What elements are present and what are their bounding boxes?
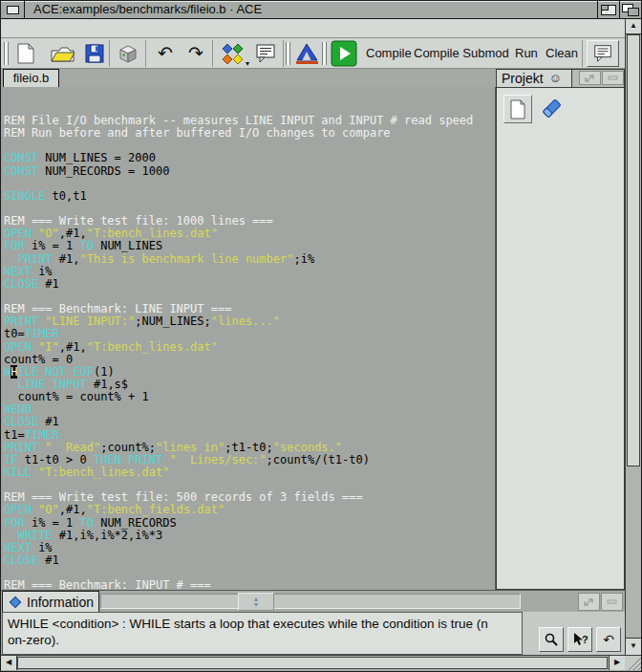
- code-line[interactable]: NEXT i%: [4, 266, 495, 278]
- zoom-gadget[interactable]: [597, 1, 619, 18]
- code-line[interactable]: KILL "T:bench_lines.dat": [4, 466, 495, 479]
- package-button[interactable]: [114, 40, 142, 67]
- resize-grip[interactable]: [625, 655, 641, 670]
- code-editor[interactable]: REM File I/O benchmark -- measures LINE …: [1, 87, 496, 590]
- code-token: CLOSE: [4, 553, 38, 567]
- info-help-line: on-zero).: [8, 632, 517, 648]
- horizontal-scrollbar[interactable]: ◀ ▶: [1, 655, 625, 670]
- project-detach-gadget[interactable]: [579, 71, 601, 85]
- vertical-scrollbar[interactable]: ▲ ▼: [625, 19, 641, 655]
- code-token: REM === Write test file: 500 records of …: [4, 490, 363, 504]
- code-line[interactable]: REM Run before and after buffered I/O ch…: [4, 127, 495, 140]
- info-minimize-gadget[interactable]: [601, 593, 623, 611]
- scroll-down-button[interactable]: ▼: [626, 638, 641, 655]
- compile-submod-button[interactable]: Compile Submod: [414, 40, 509, 67]
- save-button[interactable]: [80, 40, 109, 67]
- project-marker-button[interactable]: [538, 94, 567, 122]
- project-file-button[interactable]: [503, 95, 532, 123]
- history-back-button[interactable]: ↶: [596, 627, 621, 652]
- right-arrow-icon: ▶: [614, 658, 620, 666]
- depth-gadget[interactable]: [619, 1, 641, 18]
- toolbar-grip[interactable]: [5, 42, 8, 65]
- scroll-left-button[interactable]: ◀: [1, 656, 17, 670]
- tab-projekt[interactable]: Projekt ☺: [497, 70, 572, 87]
- search-button[interactable]: [539, 627, 564, 652]
- clean-button[interactable]: Clean: [546, 40, 578, 67]
- code-token: OPEN: [4, 227, 32, 240]
- code-line[interactable]: NEXT i%: [4, 542, 495, 554]
- code-line[interactable]: PRINT #1,"This is benchmark line number"…: [4, 253, 495, 266]
- code-token: CONST: [4, 164, 38, 178]
- code-line[interactable]: OPEN "I",#1,"T:bench_lines.dat": [4, 341, 495, 354]
- code-line[interactable]: CLOSE #1: [4, 278, 495, 291]
- splitter-handle[interactable]: ▲ ▼: [238, 593, 274, 611]
- code-token: SINGLE: [4, 189, 45, 203]
- ace-logo-button[interactable]: [292, 40, 321, 67]
- project-tab-label: Projekt: [502, 71, 544, 86]
- code-line[interactable]: PRINT "LINE INPUT:";NUM_LINES;"lines...": [4, 315, 495, 328]
- code-line[interactable]: REM === Benchmark: INPUT # ===: [4, 579, 495, 590]
- svg-text:?: ?: [582, 634, 588, 645]
- code-token: NUM_LINES = 2000: [38, 151, 156, 164]
- code-token: NUM_RECORDS = 1000: [38, 164, 169, 178]
- code-token: " Lines/sec:": [169, 453, 266, 466]
- code-token: REM === Benchmark: LINE INPUT ===: [4, 302, 231, 315]
- comment-bubble-icon: [592, 43, 613, 64]
- status-bar: X:002 Y:000021/000053 072: [1, 19, 625, 38]
- run-button[interactable]: Run: [515, 40, 538, 67]
- code-token: "I": [38, 340, 59, 354]
- scroll-right-button[interactable]: ▶: [609, 656, 625, 670]
- code-token: NEXT: [4, 265, 32, 278]
- toolbar-separator: [212, 40, 213, 67]
- code-line[interactable]: CLOSE #1: [4, 416, 495, 428]
- run-play-button[interactable]: [330, 40, 358, 67]
- smiley-icon: ☺: [549, 72, 562, 85]
- info-diamond-icon: [9, 596, 22, 609]
- messages-button[interactable]: [587, 40, 619, 67]
- close-gadget[interactable]: [1, 1, 25, 18]
- code-token: i% = 1: [25, 239, 80, 252]
- code-token: count% = 0: [4, 353, 73, 366]
- code-token: [4, 378, 17, 391]
- code-token: LINE INPUT: [17, 378, 86, 391]
- code-line[interactable]: CONST NUM_RECORDS = 1000: [4, 165, 495, 178]
- titlebar[interactable]: ACE:examples/benchmarks/fileio.b · ACE: [1, 1, 641, 19]
- code-token: #1,s$: [87, 378, 128, 391]
- info-splitter-strip[interactable]: [100, 594, 521, 609]
- horizontal-scrollbar-thumb[interactable]: [17, 657, 608, 669]
- code-line[interactable]: CLOSE #1: [4, 554, 495, 567]
- scroll-up-button[interactable]: ▲: [626, 19, 641, 34]
- project-minimize-gadget[interactable]: [602, 71, 624, 85]
- vertical-scrollbar-thumb[interactable]: [627, 34, 640, 466]
- toolbar-grip[interactable]: [323, 42, 326, 65]
- diagonal-arrow-icon: [582, 596, 596, 608]
- page-icon: [509, 99, 526, 119]
- code-line[interactable]: WRITE #1,i%,i%*2,i%*3: [4, 530, 495, 542]
- code-token: "This is benchmark line number": [79, 252, 293, 266]
- code-token: t1-t0 > 0: [17, 453, 93, 466]
- new-file-button[interactable]: [11, 40, 40, 67]
- code-line[interactable]: SINGLE t0,t1: [4, 190, 495, 203]
- redo-button[interactable]: ↷: [182, 40, 210, 67]
- toolbar-grip[interactable]: [287, 42, 289, 65]
- code-token: " Read": [45, 441, 100, 454]
- context-help-button[interactable]: ?: [567, 627, 592, 652]
- minimize-icon: [607, 598, 618, 606]
- code-token: REM === Benchmark: INPUT # ===: [4, 578, 211, 590]
- code-token: ;i%: [293, 252, 314, 266]
- code-token: [4, 529, 17, 542]
- tab-fileio[interactable]: fileio.b: [3, 69, 59, 87]
- tab-information[interactable]: Information: [2, 591, 99, 613]
- info-detach-gadget[interactable]: [578, 593, 600, 611]
- compile-button[interactable]: Compile: [366, 40, 412, 67]
- code-token: t1=: [4, 428, 25, 442]
- code-token: OPEN: [4, 503, 32, 516]
- code-token: ,#1,: [59, 227, 87, 240]
- open-file-button[interactable]: [48, 40, 76, 67]
- tools-dropdown-button[interactable]: ▾: [218, 40, 246, 67]
- code-line[interactable]: count% = count% + 1: [4, 391, 495, 403]
- undo-button[interactable]: ↶: [151, 40, 180, 67]
- code-line[interactable]: WEND: [4, 403, 495, 416]
- toolbar-separator: [582, 40, 583, 67]
- comment-button[interactable]: [251, 40, 280, 67]
